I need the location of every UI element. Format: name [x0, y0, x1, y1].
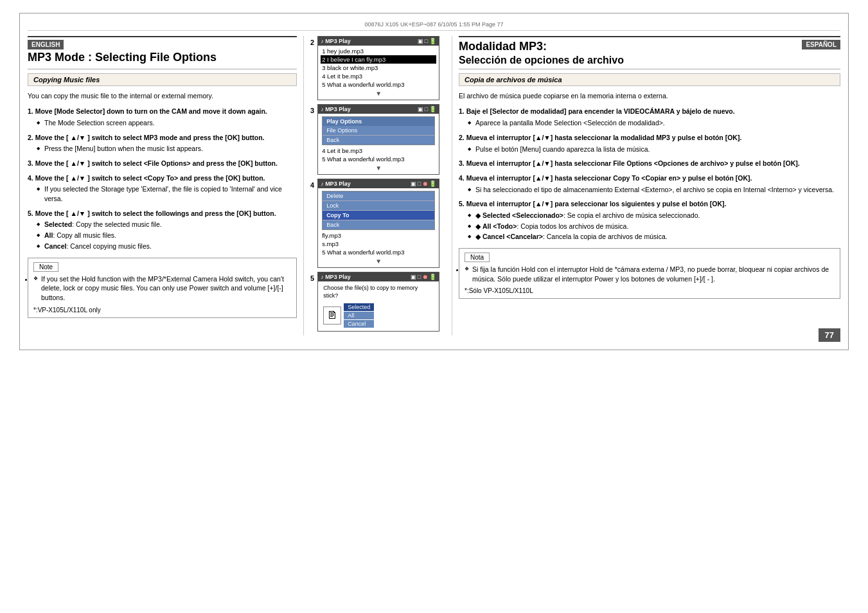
screen-4: ♪ MP3 Play ▣ □ ⏺ 🔋 Delete Lock Copy To: [317, 179, 439, 268]
header-text: 00876J X105 UK+ESP~087 6/10/05 1:55 PM P…: [364, 21, 503, 28]
english-section: ENGLISH MP3 Mode : Selecting File Option…: [28, 36, 304, 335]
spanish-note: Nota Si fija la función Hold con el inte…: [459, 248, 840, 299]
spanish-section-header: Copia de archivos de música: [459, 73, 840, 86]
english-note: Note If you set the Hold function with t…: [28, 258, 297, 318]
screen-4-row: 4 ♪ MP3 Play ▣ □ ⏺ 🔋 Delete: [310, 179, 445, 268]
es-step-2: 2. Mueva el interruptor [▲/▼] hasta sele…: [459, 133, 840, 154]
english-steps: 1. Move [Mode Selector] down to turn on …: [28, 107, 297, 251]
step-3: 3. Move the [ ▲/▼ ] switch to select <Fi…: [28, 159, 297, 168]
screen-5: ♪ MP3 Play ▣ □ ⏺ 🔋 Choose the file(s) to…: [317, 272, 439, 332]
english-intro: You can copy the music file to the inter…: [28, 91, 297, 101]
es-step-5: 5. Mueva el interruptor [▲/▼] para selec…: [459, 199, 840, 242]
spanish-footnote: *:Sólo VP-X105L/X110L: [465, 287, 835, 294]
spanish-steps: 1. Baje el [Selector de modalidad] para …: [459, 107, 840, 242]
step-2: 2. Move the [ ▲/▼ ] switch to select MP3…: [28, 133, 297, 154]
screen-2-num: 2: [310, 39, 314, 46]
step-1: 1. Move [Mode Selector] down to turn on …: [28, 107, 297, 127]
es-step-1: 1. Baje el [Selector de modalidad] para …: [459, 107, 840, 127]
step-4: 4. Move the [ ▲/▼ ] switch to select <Co…: [28, 173, 297, 204]
screen-4-num: 4: [310, 181, 314, 189]
screen-2-row: 2 ♪ MP3 Play ▣ □ 🔋 1 hey jude.mp3 2 I be…: [310, 36, 445, 100]
spanish-title-line2: Selección de opciones de archivo: [459, 54, 624, 66]
spanish-badge: ESPAÑOL: [802, 40, 840, 49]
step-5: 5. Move the [ ▲/▼ ] switch to select the…: [28, 209, 297, 251]
english-note-text: If you set the Hold function with the MP…: [33, 274, 291, 303]
english-section-header: Copying Music files: [28, 73, 297, 86]
spanish-title-line1: Modalidad MP3:: [459, 40, 624, 54]
spanish-note-text: Si fija la función Hold con el interrupt…: [465, 265, 835, 283]
page-number-badge: 77: [819, 328, 840, 342]
screenshots-section: 2 ♪ MP3 Play ▣ □ 🔋 1 hey jude.mp3 2 I be…: [304, 36, 452, 335]
screen-5-row: 5 ♪ MP3 Play ▣ □ ⏺ 🔋 Choose the file(s) …: [310, 272, 445, 332]
screen-3: ♪ MP3 Play ▣ □ 🔋 Play Options File Optio…: [317, 104, 439, 175]
screen-3-row: 3 ♪ MP3 Play ▣ □ 🔋 Play Options File: [310, 104, 445, 175]
screen-3-num: 3: [310, 107, 314, 114]
spanish-intro: El archivo de música puede copiarse en l…: [459, 91, 840, 101]
english-title: MP3 Mode : Selecting File Options: [28, 51, 297, 65]
spanish-note-label: Nota: [465, 253, 490, 262]
es-step-3: 3. Mueva el interruptor [▲/▼] hasta sele…: [459, 159, 840, 168]
page-container: 00876J X105 UK+ESP~087 6/10/05 1:55 PM P…: [19, 13, 849, 350]
english-note-label: Note: [33, 262, 58, 272]
screen-2: ♪ MP3 Play ▣ □ 🔋 1 hey jude.mp3 2 I beli…: [317, 36, 439, 100]
english-footnote: *:VP-X105L/X110L only: [33, 306, 291, 314]
spanish-section: Modalidad MP3: Selección de opciones de …: [452, 36, 840, 335]
page-header: 00876J X105 UK+ESP~087 6/10/05 1:55 PM P…: [28, 21, 840, 31]
screen-5-num: 5: [310, 274, 314, 282]
english-badge: ENGLISH: [28, 40, 64, 49]
es-step-4: 4. Mueva el interruptor [▲/▼] hasta sele…: [459, 173, 840, 194]
